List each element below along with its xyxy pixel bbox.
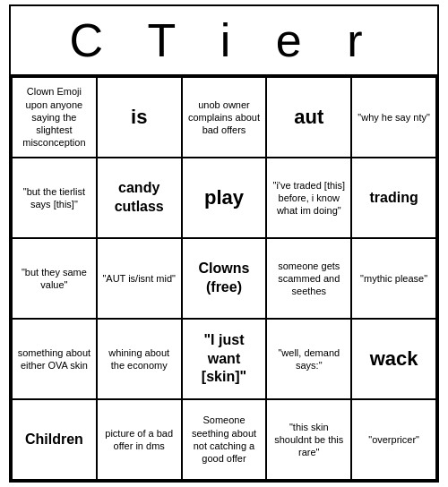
title-letter-1: C xyxy=(69,14,119,66)
cell-1-1: candy cutlass xyxy=(98,158,183,239)
cell-2-2: Clowns (free) xyxy=(183,239,268,320)
cell-2-1: "AUT is/isnt mid" xyxy=(98,239,183,320)
cell-3-0: something about either OVA skin xyxy=(13,320,98,400)
cell-3-1: whining about the economy xyxy=(98,320,183,400)
cell-1-0: "but the tierlist says [this]" xyxy=(13,158,98,239)
cell-4-1: picture of a bad offer in dms xyxy=(98,400,183,481)
cell-1-2: play xyxy=(183,158,268,239)
cell-0-1: is xyxy=(98,78,183,158)
title-letter-2: T xyxy=(148,14,192,66)
bingo-card: C T i e r Clown Emoji upon anyone saying… xyxy=(9,4,439,483)
cell-0-0: Clown Emoji upon anyone saying the sligh… xyxy=(13,78,98,158)
title-letter-3: i xyxy=(220,14,247,66)
title-letter-5: r xyxy=(347,14,378,66)
cell-3-4: wack xyxy=(352,320,437,400)
cell-2-4: "mythic please" xyxy=(352,239,437,320)
cell-3-3: "well, demand says:" xyxy=(267,320,352,400)
cell-0-2: unob owner complains about bad offers xyxy=(183,78,268,158)
cell-1-4: trading xyxy=(352,158,437,239)
cell-4-2: Someone seething about not catching a go… xyxy=(183,400,268,481)
bingo-grid: Clown Emoji upon anyone saying the sligh… xyxy=(11,76,437,481)
cell-4-0: Children xyxy=(13,400,98,481)
cell-2-3: someone gets scammed and seethes xyxy=(267,239,352,320)
cell-0-4: "why he say nty" xyxy=(352,78,437,158)
cell-3-2: "I just want [skin]" xyxy=(183,320,268,400)
cell-4-3: "this skin shouldnt be this rare" xyxy=(267,400,352,481)
title-letter-4: e xyxy=(276,14,318,66)
cell-4-4: "overpricer" xyxy=(352,400,437,481)
cell-0-3: aut xyxy=(267,78,352,158)
bingo-title: C T i e r xyxy=(11,6,437,76)
cell-1-3: "i've traded [this] before, i know what … xyxy=(267,158,352,239)
cell-2-0: "but they same value" xyxy=(13,239,98,320)
